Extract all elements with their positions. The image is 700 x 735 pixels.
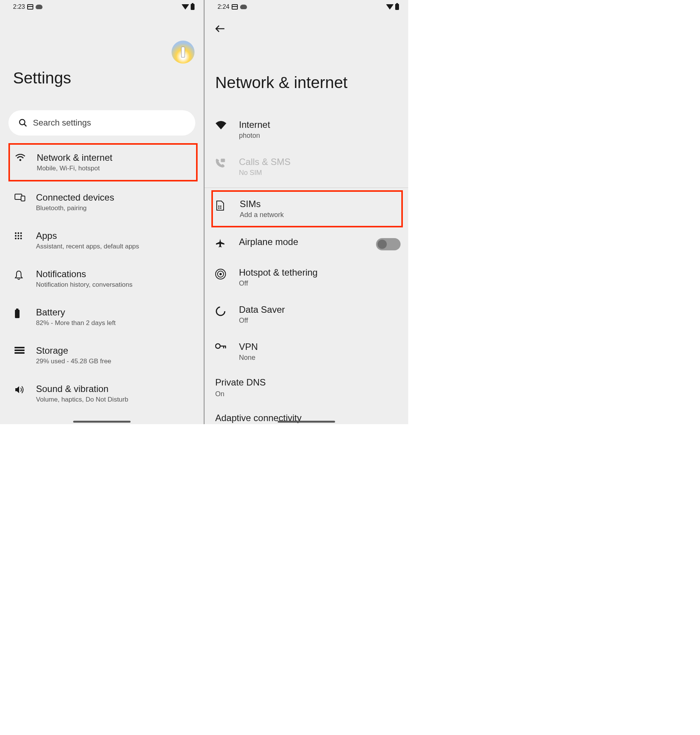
item-title: Battery (36, 307, 199, 318)
settings-item-storage[interactable]: Storage 29% used - 45.28 GB free (0, 336, 204, 374)
svg-point-27 (216, 307, 225, 315)
status-bar: 2:24 (204, 0, 408, 12)
back-button[interactable] (204, 12, 408, 35)
svg-rect-20 (218, 206, 219, 207)
svg-rect-19 (221, 159, 225, 162)
net-item-data-saver[interactable]: Data Saver Off (204, 296, 408, 333)
settings-item-battery[interactable]: Battery 82% - More than 2 days left (0, 298, 204, 336)
search-icon (18, 118, 28, 127)
item-title: Connected devices (36, 192, 199, 203)
battery-status-icon (395, 4, 399, 10)
item-title: Network & internet (37, 152, 193, 163)
item-subtitle: Assistant, recent apps, default apps (36, 243, 199, 250)
svg-point-9 (18, 235, 19, 237)
svg-point-28 (216, 344, 220, 348)
wifi-full-icon (215, 121, 227, 130)
status-time: 2:23 (13, 3, 25, 10)
profile-avatar[interactable] (172, 41, 195, 64)
apps-icon (15, 232, 22, 240)
airplane-icon (215, 238, 225, 248)
item-subtitle: 82% - More than 2 days left (36, 319, 199, 327)
phone-icon (215, 158, 225, 168)
item-title: Private DNS (215, 377, 401, 388)
net-item-sims[interactable]: SIMs Add a network (211, 190, 403, 227)
svg-point-6 (18, 232, 19, 234)
item-subtitle: 29% used - 45.28 GB free (36, 358, 199, 365)
net-item-vpn[interactable]: VPN None (204, 333, 408, 370)
svg-point-2 (20, 159, 21, 161)
storage-icon (15, 347, 25, 354)
data-saver-icon (215, 306, 226, 317)
svg-rect-23 (220, 207, 221, 209)
item-title: Apps (36, 230, 199, 241)
svg-point-5 (15, 232, 16, 234)
item-subtitle: Volume, haptics, Do Not Disturb (36, 396, 199, 403)
wifi-icon (15, 154, 25, 162)
svg-point-11 (15, 238, 16, 239)
svg-rect-15 (15, 310, 20, 318)
item-title: Hotspot & tethering (239, 267, 401, 278)
sim-icon (216, 200, 224, 211)
item-subtitle: Off (239, 317, 401, 325)
svg-point-7 (20, 232, 22, 234)
svg-rect-14 (16, 309, 18, 310)
svg-point-0 (20, 119, 25, 125)
wifi-status-icon (386, 4, 394, 10)
divider-line (204, 188, 408, 188)
item-title: Internet (239, 119, 401, 130)
item-subtitle: Off (239, 279, 401, 287)
svg-rect-18 (15, 352, 25, 354)
battery-icon (15, 309, 20, 318)
devices-icon (15, 194, 25, 201)
hotspot-icon (215, 269, 226, 279)
net-item-private-dns[interactable]: Private DNS On (204, 370, 408, 401)
item-subtitle: Bluetooth, pairing (36, 204, 199, 212)
item-title: Notifications (36, 269, 199, 279)
status-time: 2:24 (218, 3, 229, 10)
settings-item-notifications[interactable]: Notifications Notification history, conv… (0, 260, 204, 298)
airplane-toggle[interactable] (376, 238, 401, 250)
svg-rect-4 (21, 196, 25, 201)
item-subtitle: On (215, 390, 401, 398)
net-item-internet[interactable]: Internet photon (204, 111, 408, 148)
net-item-hotspot[interactable]: Hotspot & tethering Off (204, 259, 408, 296)
settings-item-apps[interactable]: Apps Assistant, recent apps, default app… (0, 221, 204, 260)
calendar-icon (27, 4, 33, 10)
svg-point-12 (18, 238, 19, 239)
speaker-icon (15, 385, 25, 394)
calendar-icon (232, 4, 238, 10)
item-title: SIMs (240, 199, 398, 209)
key-icon (215, 343, 227, 349)
settings-item-devices[interactable]: Connected devices Bluetooth, pairing (0, 183, 204, 221)
search-settings[interactable]: Search settings (8, 110, 195, 136)
svg-point-10 (20, 235, 22, 237)
svg-rect-16 (15, 347, 25, 348)
net-item-airplane[interactable]: Airplane mode (204, 228, 408, 259)
wifi-status-icon (182, 4, 189, 10)
rocket-icon (181, 47, 185, 57)
svg-point-24 (219, 273, 222, 275)
nav-handle[interactable] (278, 421, 335, 423)
battery-status-icon (191, 4, 195, 10)
svg-point-13 (20, 238, 22, 239)
item-subtitle: Mobile, Wi-Fi, hotspot (37, 165, 193, 172)
item-subtitle: Notification history, conversations (36, 281, 199, 289)
settings-item-network[interactable]: Network & internet Mobile, Wi-Fi, hotspo… (8, 143, 198, 181)
status-bar: 2:23 (0, 0, 204, 12)
svg-rect-22 (218, 207, 219, 209)
item-title: Airplane mode (239, 237, 376, 247)
item-subtitle: None (239, 354, 401, 362)
search-placeholder: Search settings (33, 118, 91, 128)
item-subtitle: No SIM (239, 169, 401, 177)
net-item-calls: Calls & SMS No SIM (204, 148, 408, 185)
item-subtitle: Add a network (240, 211, 398, 219)
nav-handle[interactable] (73, 421, 131, 423)
svg-point-8 (15, 235, 16, 237)
settings-screen: 2:23 Settings Search settings Network (0, 0, 204, 424)
cloud-icon (240, 5, 247, 9)
svg-line-1 (24, 124, 26, 126)
settings-item-sound[interactable]: Sound & vibration Volume, haptics, Do No… (0, 374, 204, 413)
item-title: VPN (239, 341, 401, 352)
page-title: Network & internet (204, 35, 408, 92)
network-screen: 2:24 Network & internet Internet photon (204, 0, 408, 424)
